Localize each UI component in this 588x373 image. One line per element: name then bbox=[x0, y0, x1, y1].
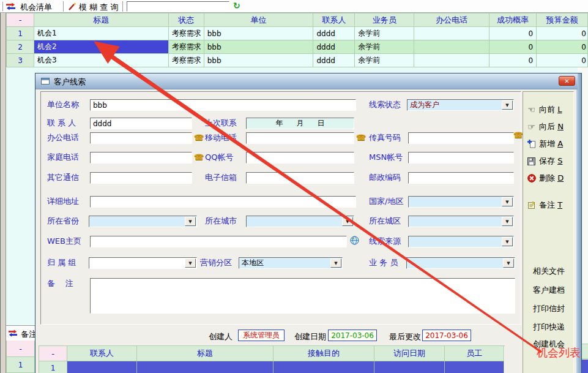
table-row-selected[interactable]: 2 机会2 考察需求 bbb dddd 余学前 0 0 bbox=[7, 40, 588, 54]
col-header-status[interactable]: 状态 bbox=[169, 13, 204, 27]
col-header-budget[interactable]: 预算金额 bbox=[537, 13, 588, 27]
qq-input[interactable] bbox=[246, 152, 354, 164]
previous-button[interactable]: ☜ 向前 L bbox=[527, 103, 571, 116]
col-header-contact[interactable]: 联系人 bbox=[313, 13, 355, 27]
country-combo[interactable]: ▼ bbox=[408, 196, 514, 208]
cell-contact[interactable]: dddd bbox=[313, 54, 355, 67]
web-input[interactable] bbox=[90, 236, 347, 247]
cell-budget[interactable]: 0 bbox=[537, 27, 588, 40]
postcode-input[interactable] bbox=[408, 172, 514, 184]
sub-col-employee[interactable]: 员工 bbox=[445, 346, 504, 361]
chevron-down-icon[interactable]: ▼ bbox=[502, 197, 513, 206]
cell-unit[interactable]: bbb bbox=[204, 54, 314, 67]
sub-col-visit-date[interactable]: 访问日期 bbox=[374, 346, 445, 361]
chevron-down-icon[interactable]: ▼ bbox=[502, 100, 513, 110]
cell-status[interactable]: 考察需求 bbox=[169, 54, 204, 67]
remark-textarea[interactable] bbox=[90, 278, 515, 314]
save-button[interactable]: 保存 S bbox=[527, 154, 571, 168]
row-number[interactable]: 3 bbox=[7, 54, 34, 67]
dialog-titlebar[interactable]: 客户线索 ✕ bbox=[35, 73, 578, 89]
cell-office-phone[interactable] bbox=[414, 54, 489, 67]
sub-col-dash[interactable]: - bbox=[39, 346, 67, 361]
opportunity-list-button[interactable]: 机会清单 bbox=[20, 2, 52, 13]
fuzzy-query-button[interactable]: 模 糊 查 询 bbox=[79, 2, 118, 13]
marketing-zone-combo[interactable]: 本地区 ▼ bbox=[239, 257, 343, 269]
last-contact-date-field[interactable]: 年 月 日 bbox=[246, 118, 354, 129]
cell-salesperson[interactable]: 余学前 bbox=[355, 27, 414, 40]
phone-icon[interactable]: ☎ bbox=[194, 134, 204, 142]
refresh-icon[interactable]: ↻ bbox=[233, 1, 240, 10]
office-phone-input[interactable] bbox=[90, 132, 192, 144]
lead-source-combo[interactable]: ▼ bbox=[408, 236, 514, 247]
contact-table-row-selected[interactable]: 1 bbox=[39, 361, 505, 373]
table-row[interactable]: 3 机会3 考察需求 bbb dddd 余学前 0 0 bbox=[7, 54, 588, 67]
toolbar-gripper[interactable] bbox=[1, 2, 3, 11]
group-combo[interactable]: ▼ bbox=[89, 257, 197, 269]
print-envelope-button[interactable]: 打印信封 bbox=[527, 302, 571, 315]
print-express-button[interactable]: 打印快递 bbox=[527, 320, 571, 334]
row-number[interactable]: 2 bbox=[7, 40, 34, 54]
sub-col-purpose[interactable]: 接触目的 bbox=[274, 346, 374, 361]
district-combo[interactable]: ▼ bbox=[408, 216, 514, 227]
fax-input[interactable] bbox=[408, 132, 514, 144]
delete-button[interactable]: 删除 D bbox=[527, 171, 571, 185]
cell-title[interactable]: 机会1 bbox=[34, 27, 169, 40]
lead-status-combo[interactable]: 成为客户 ▼ bbox=[407, 99, 514, 111]
col-header-probability[interactable]: 成功概率 bbox=[489, 13, 537, 27]
phone-icon[interactable]: ☎ bbox=[513, 131, 523, 140]
cell-status[interactable]: 考察需求 bbox=[169, 40, 204, 54]
sub-col-title[interactable]: 标题 bbox=[137, 346, 274, 361]
row-number[interactable]: 1 bbox=[7, 27, 34, 40]
cell-budget[interactable]: 0 bbox=[537, 40, 588, 54]
cell-salesperson[interactable]: 余学前 bbox=[355, 54, 414, 67]
cell-probability[interactable]: 0 bbox=[489, 54, 537, 67]
home-phone-input[interactable] bbox=[90, 152, 192, 164]
unit-name-input[interactable] bbox=[90, 99, 356, 111]
email-input[interactable] bbox=[246, 172, 354, 184]
notes-button[interactable]: 备注 T bbox=[527, 198, 571, 212]
col-header-unit[interactable]: 单位 bbox=[204, 13, 314, 27]
cell-contact[interactable] bbox=[67, 361, 137, 373]
cell-office-phone[interactable] bbox=[414, 40, 489, 54]
cell-salesperson[interactable]: 余学前 bbox=[355, 40, 414, 54]
cell-title[interactable]: 机会3 bbox=[34, 54, 169, 67]
col-header-dash[interactable]: - bbox=[7, 13, 34, 27]
cell-purpose[interactable] bbox=[274, 361, 374, 373]
phone-icon[interactable]: ☎ bbox=[356, 134, 366, 142]
next-button[interactable]: ☞ 向后 N bbox=[527, 120, 571, 134]
cell-status[interactable]: 考察需求 bbox=[169, 27, 204, 40]
cell-office-phone[interactable] bbox=[414, 27, 489, 40]
globe-icon[interactable] bbox=[350, 236, 359, 247]
chevron-down-icon[interactable]: ▼ bbox=[342, 217, 353, 226]
contact-input[interactable] bbox=[90, 118, 192, 129]
related-files-button[interactable]: 相关文件 bbox=[527, 265, 571, 278]
chevron-down-icon[interactable]: ▼ bbox=[185, 258, 196, 268]
chevron-down-icon[interactable]: ▼ bbox=[503, 258, 514, 268]
address-input[interactable] bbox=[90, 196, 356, 208]
close-button[interactable]: ✕ bbox=[559, 76, 575, 86]
cell-unit[interactable]: bbb bbox=[204, 27, 314, 40]
province-combo[interactable]: ▼ bbox=[89, 216, 197, 227]
salesperson-combo[interactable]: ▼ bbox=[406, 257, 515, 269]
msn-input[interactable] bbox=[408, 152, 514, 164]
col-header-office-phone[interactable]: 办公电话 bbox=[414, 13, 489, 27]
notes-pane-row-number[interactable]: 1 bbox=[6, 357, 35, 373]
add-button[interactable]: 新增 A bbox=[527, 137, 571, 151]
col-header-title[interactable]: 标题 bbox=[34, 13, 169, 27]
cell-title-selected[interactable]: 机会2 bbox=[34, 40, 169, 54]
chevron-down-icon[interactable]: ▼ bbox=[502, 217, 513, 226]
cell-employee[interactable] bbox=[445, 361, 504, 373]
mobile-phone-input[interactable] bbox=[246, 132, 354, 144]
cell-contact[interactable]: dddd bbox=[313, 27, 355, 40]
cell-visit-date[interactable] bbox=[374, 361, 445, 373]
chevron-down-icon[interactable]: ▼ bbox=[502, 237, 513, 246]
create-customer-file-button[interactable]: 客户建档 bbox=[527, 284, 571, 297]
cell-unit[interactable]: bbb bbox=[204, 40, 314, 54]
table-row[interactable]: 1 机会1 考察需求 bbb dddd 余学前 0 0 bbox=[7, 27, 588, 40]
cell-budget[interactable]: 0 bbox=[537, 54, 588, 67]
chevron-down-icon[interactable]: ▼ bbox=[330, 258, 341, 268]
phone-icon[interactable]: ☎ bbox=[194, 153, 204, 162]
chevron-down-icon[interactable]: ▼ bbox=[185, 217, 196, 226]
row-number[interactable]: 1 bbox=[39, 361, 67, 373]
other-comm-input[interactable] bbox=[90, 172, 192, 184]
